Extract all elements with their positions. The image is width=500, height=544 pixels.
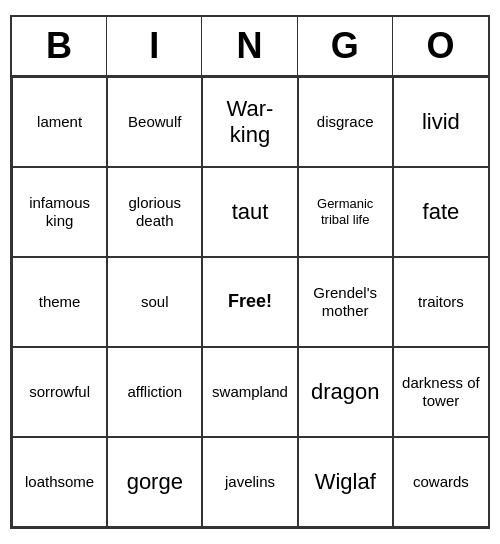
bingo-cell-r4-c3: Wiglaf [298, 437, 393, 527]
bingo-cell-r4-c1: gorge [107, 437, 202, 527]
bingo-cell-r1-c0: infamous king [12, 167, 107, 257]
header-letter-N: N [202, 17, 297, 75]
bingo-header: BINGO [12, 17, 488, 77]
header-letter-G: G [298, 17, 393, 75]
bingo-cell-r1-c1: glorious death [107, 167, 202, 257]
bingo-cell-r3-c1: affliction [107, 347, 202, 437]
bingo-cell-r0-c0: lament [12, 77, 107, 167]
bingo-cell-r4-c0: loathsome [12, 437, 107, 527]
bingo-cell-r4-c2: javelins [202, 437, 297, 527]
bingo-cell-r3-c4: darkness of tower [393, 347, 488, 437]
bingo-cell-r2-c0: theme [12, 257, 107, 347]
bingo-cell-r1-c2: taut [202, 167, 297, 257]
bingo-cell-r1-c3: Germanic tribal life [298, 167, 393, 257]
bingo-cell-r2-c4: traitors [393, 257, 488, 347]
bingo-cell-r0-c2: War-king [202, 77, 297, 167]
bingo-cell-r3-c0: sorrowful [12, 347, 107, 437]
bingo-card: BINGO lamentBeowulfWar-kingdisgracelivid… [10, 15, 490, 529]
header-letter-O: O [393, 17, 488, 75]
header-letter-B: B [12, 17, 107, 75]
bingo-cell-r1-c4: fate [393, 167, 488, 257]
bingo-cell-r4-c4: cowards [393, 437, 488, 527]
bingo-cell-r0-c4: livid [393, 77, 488, 167]
bingo-cell-r2-c1: soul [107, 257, 202, 347]
header-letter-I: I [107, 17, 202, 75]
bingo-cell-r0-c1: Beowulf [107, 77, 202, 167]
bingo-cell-r3-c3: dragon [298, 347, 393, 437]
bingo-cell-r3-c2: swampland [202, 347, 297, 437]
bingo-grid: lamentBeowulfWar-kingdisgracelividinfamo… [12, 77, 488, 527]
bingo-cell-r2-c2: Free! [202, 257, 297, 347]
bingo-cell-r2-c3: Grendel's mother [298, 257, 393, 347]
bingo-cell-r0-c3: disgrace [298, 77, 393, 167]
